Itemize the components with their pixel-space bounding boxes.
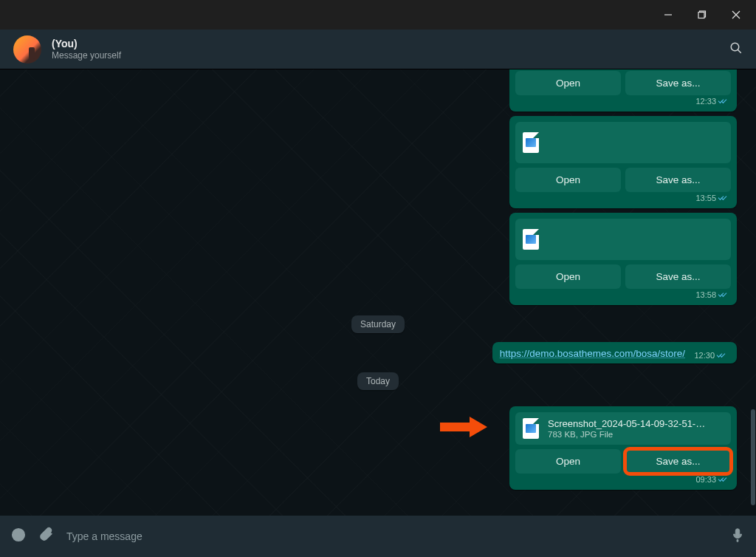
file-icon [523,132,539,153]
open-button[interactable]: Open [515,449,621,474]
svg-point-8 [13,529,25,541]
svg-point-10 [20,533,21,534]
open-button[interactable]: Open [515,264,621,289]
link-message[interactable]: https://demo.bosathemes.com/bosa/store/ … [492,342,737,363]
link-text[interactable]: https://demo.bosathemes.com/bosa/store/ [500,348,685,359]
file-message[interactable]: Open Save as... 13:58 [509,213,737,305]
read-ticks-icon [718,291,729,298]
save-as-button[interactable]: Save as... [625,71,731,95]
search-icon[interactable] [729,41,743,58]
message-time: 12:33 [695,97,716,106]
date-separator: Today [357,372,399,390]
open-button[interactable]: Open [515,71,621,95]
file-message[interactable]: Screenshot_2024-05-14-09-32-51-22_6... 7… [509,406,737,490]
svg-line-6 [738,49,741,53]
file-preview: Screenshot_2024-05-14-09-32-51-22_6... 7… [515,412,731,445]
message-input[interactable]: Type a message [66,530,718,542]
message-time: 09:33 [695,475,716,484]
read-ticks-icon [718,476,729,483]
file-message[interactable]: Open Save as... 13:55 [509,116,737,208]
open-button[interactable]: Open [515,168,621,192]
file-icon [523,418,539,439]
window-titlebar [0,0,756,30]
chat-subtitle: Message yourself [52,50,121,61]
message-input-bar: Type a message [0,516,756,557]
file-icon [523,229,539,250]
svg-rect-11 [735,529,740,537]
file-message[interactable]: Open Save as... 12:33 [509,69,737,112]
file-preview [515,219,731,260]
read-ticks-icon [718,194,729,202]
read-ticks-icon [717,352,728,359]
read-ticks-icon [718,98,729,105]
message-time: 13:55 [695,194,716,202]
file-size: 783 KB, JPG File [548,430,710,439]
save-as-button[interactable]: Save as... [625,168,731,192]
file-name: Screenshot_2024-05-14-09-32-51-22_6... [548,418,710,429]
message-time: 13:58 [695,290,716,299]
emoji-icon[interactable] [10,527,27,546]
svg-point-9 [16,533,17,534]
chat-header: (You) Message yourself [0,30,756,69]
mic-icon[interactable] [729,527,746,546]
message-time: 12:30 [694,351,715,360]
close-button[interactable] [719,0,753,30]
avatar[interactable] [13,35,41,64]
svg-rect-2 [698,13,704,18]
save-as-button[interactable]: Save as... [625,449,731,474]
attach-icon[interactable] [38,527,55,546]
date-separator: Saturday [351,315,405,333]
save-as-button[interactable]: Save as... [625,264,731,289]
chat-area: Open Save as... 12:33 Open Save as... 13… [0,69,756,516]
chat-title: (You) [52,38,121,49]
file-preview [515,122,731,163]
maximize-button[interactable] [685,0,719,30]
minimize-button[interactable] [651,0,685,30]
svg-point-5 [731,43,739,51]
